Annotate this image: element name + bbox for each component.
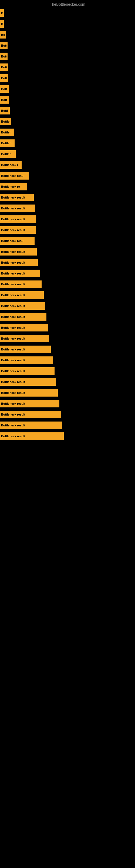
bar-row: Bottleneck result — [0, 311, 135, 322]
bar-row: Bottlen — [0, 149, 135, 159]
result-bar: Bottleneck re — [0, 183, 27, 190]
bar-label: Bottleneck result — [1, 250, 25, 253]
bar-row: Bottleneck result — [0, 431, 135, 442]
result-bar: Bottleneck result — [0, 280, 42, 288]
bar-label: Bottleneck result — [1, 348, 25, 351]
bar-row: Bottleneck result — [0, 279, 135, 290]
bar-label: Bottleneck result — [1, 402, 25, 405]
bar-row: Bottleneck result — [0, 203, 135, 214]
result-bar: Bo — [0, 20, 4, 28]
bar-label: Bottleneck result — [1, 261, 25, 264]
bar-row: Bottleneck result — [0, 192, 135, 203]
bar-label: Bottleneck result — [1, 359, 25, 362]
bar-label: Bo — [1, 11, 3, 14]
bar-row: Bottleneck result — [0, 344, 135, 355]
result-bar: Bottleneck result — [0, 313, 46, 321]
bar-row: Bottleneck result — [0, 246, 135, 257]
bar-label: Bottleneck result — [1, 435, 25, 438]
result-bar: Bottleneck result — [0, 270, 40, 277]
bar-row: Bottleneck result — [0, 322, 135, 333]
result-bar: Bottleneck result — [0, 259, 38, 267]
bar-row: Bottleneck result — [0, 388, 135, 398]
result-bar: Bot — [0, 31, 6, 38]
result-bar: Bottleneck result — [0, 248, 37, 255]
result-bar: Bo — [0, 9, 4, 17]
result-bar: Bottleneck result — [0, 324, 48, 332]
bar-label: Bottleneck result — [1, 272, 25, 275]
result-bar: Bottlen — [0, 140, 14, 147]
bar-row: Bott — [0, 94, 135, 105]
result-bar: Bottleneck result — [0, 302, 45, 310]
bar-row: Bottleneck result — [0, 333, 135, 344]
result-bar: Bottleneck resu — [0, 172, 29, 180]
bar-label: Bott — [1, 87, 7, 91]
result-bar: Bottleneck result — [0, 378, 56, 386]
bar-label: Bottleneck result — [1, 196, 25, 199]
bar-label: Bottleneck result — [1, 391, 25, 394]
bar-row: Bottleneck resu — [0, 170, 135, 181]
bar-label: Bottleneck result — [1, 326, 25, 329]
bar-row: Bo — [0, 19, 135, 29]
bar-label: Bott — [1, 76, 7, 80]
bar-row: Bottleneck result — [0, 355, 135, 366]
result-bar: Bottleneck result — [0, 346, 51, 353]
result-bar: Bottleneck resu — [0, 237, 35, 245]
bar-row: Bottleneck result — [0, 398, 135, 409]
result-bar: Bott — [0, 85, 9, 93]
bar-label: Bott — [1, 55, 6, 58]
bar-label: Bott — [1, 98, 7, 101]
result-bar: Bottleneck r — [0, 161, 21, 169]
bar-label: Bo — [1, 22, 3, 26]
bar-row: Bott — [0, 84, 135, 94]
bar-label: Bottleneck result — [1, 337, 25, 340]
bar-row: Bottleneck result — [0, 420, 135, 431]
result-bar: Bottleneck result — [0, 389, 58, 397]
result-bar: Bott — [0, 42, 8, 50]
bar-row: Bottleneck result — [0, 257, 135, 268]
bar-label: Bottleneck result — [1, 424, 25, 427]
result-bar: Bottl — [0, 107, 10, 115]
bar-row: Bottl — [0, 105, 135, 116]
result-bar: Bott — [0, 63, 8, 71]
bar-label: Bottleneck result — [1, 207, 25, 210]
bar-row: Bottleneck result — [0, 301, 135, 311]
result-bar: Bottlen — [0, 150, 16, 158]
result-bar: Bottleneck result — [0, 356, 53, 364]
bar-label: Bottleneck result — [1, 413, 25, 416]
bar-label: Bottleneck result — [1, 304, 25, 308]
result-bar: Bott — [0, 96, 9, 104]
bar-row: Bottleneck result — [0, 366, 135, 376]
bar-label: Bottlen — [1, 142, 11, 145]
bar-label: Bottle — [1, 120, 9, 123]
bar-row: Bottleneck r — [0, 159, 135, 170]
bar-row: Bott — [0, 62, 135, 73]
result-bar: Bottleneck result — [0, 367, 54, 375]
bar-label: Bottleneck result — [1, 228, 25, 231]
bar-label: Bottleneck resu — [1, 174, 24, 177]
result-bar: Bottleneck result — [0, 411, 61, 418]
result-bar: Bottleneck result — [0, 335, 49, 342]
bar-label: Bottleneck result — [1, 293, 25, 297]
bar-row: Bottleneck re — [0, 181, 135, 192]
bar-label: Bott — [1, 66, 7, 69]
bar-row: Bott — [0, 73, 135, 84]
bar-row: Bottleneck result — [0, 409, 135, 420]
bar-row: Bot — [0, 29, 135, 40]
result-bar: Bottleneck result — [0, 400, 59, 407]
bar-row: Bott — [0, 40, 135, 51]
bar-label: Bottleneck re — [1, 185, 20, 188]
result-bar: Bottleneck result — [0, 432, 64, 440]
bar-row: Bottlen — [0, 127, 135, 138]
bar-row: Bottleneck resu — [0, 236, 135, 246]
result-bar: Bottleneck result — [0, 194, 34, 201]
bar-label: Bottlen — [1, 152, 11, 156]
bars-container: BoBoBotBottBottBottBottBottBottBottlBott… — [0, 8, 135, 442]
bar-label: Bottleneck result — [1, 369, 25, 373]
result-bar: Bottleneck result — [0, 226, 36, 234]
bar-row: Bottleneck result — [0, 214, 135, 225]
bar-label: Bottleneck result — [1, 218, 25, 221]
result-bar: Bottleneck result — [0, 422, 62, 429]
bar-row: Bottleneck result — [0, 376, 135, 388]
bar-row: Bottlen — [0, 138, 135, 149]
bar-label: Bottl — [1, 109, 8, 112]
